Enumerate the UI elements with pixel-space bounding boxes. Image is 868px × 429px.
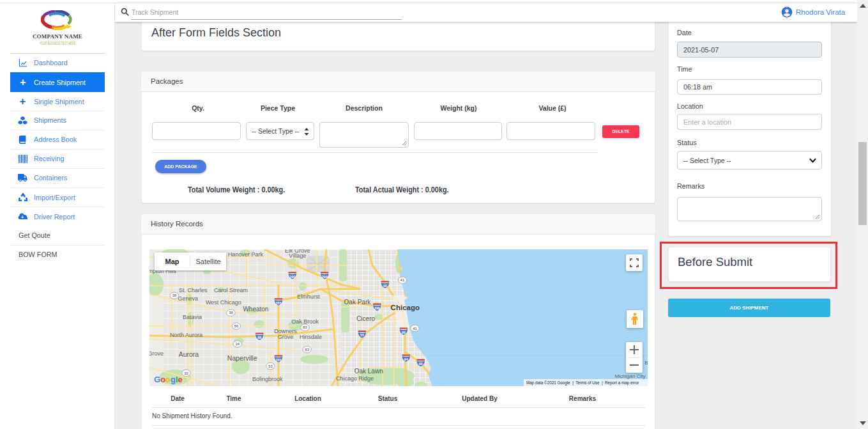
svg-text:90: 90 [402,331,406,334]
svg-text:34: 34 [235,342,240,346]
svg-text:55: 55 [360,333,364,337]
svg-text:38: 38 [229,311,233,315]
svg-text:83: 83 [305,348,310,352]
svg-text:Grove: Grove [278,334,294,340]
svg-text:Oak Lawn: Oak Lawn [354,368,383,375]
svg-text:53: 53 [268,364,273,368]
svg-text:B: B [644,360,648,366]
svg-text:Village: Village [289,253,306,259]
svg-text:83: 83 [303,325,307,329]
svg-text:Carol Stream: Carol Stream [214,287,248,293]
svg-text:Chicago Ridge: Chicago Ridge [336,375,374,382]
svg-text:North Aurora: North Aurora [170,332,202,338]
svg-text:Cicero: Cicero [356,315,375,322]
svg-text:41: 41 [413,327,417,331]
svg-text:Aurora: Aurora [179,350,199,358]
svg-text:290: 290 [289,275,295,279]
svg-text:Michigan City: Michigan City [614,373,645,379]
svg-text:355: 355 [276,358,282,362]
svg-text:88: 88 [257,336,261,339]
svg-text:Wheaton: Wheaton [243,306,268,313]
svg-text:Oak Brook: Oak Brook [291,318,319,325]
svg-text:30: 30 [184,371,188,375]
svg-text:94: 94 [404,357,408,361]
svg-text:38: 38 [172,293,177,297]
svg-text:West Chicago: West Chicago [206,299,241,306]
svg-text:Oak Park: Oak Park [344,299,372,306]
svg-text:Chicago: Chicago [391,304,420,311]
svg-text:90: 90 [383,284,387,288]
svg-text:Hanover Park: Hanover Park [228,251,264,258]
svg-text:St. Charles: St. Charles [179,287,208,293]
svg-text:294: 294 [322,275,328,279]
svg-text:Geneva: Geneva [178,295,199,302]
svg-text:41: 41 [400,278,405,282]
svg-text:Bolingbrook: Bolingbrook [252,376,283,382]
svg-text:Batavia: Batavia [183,314,202,320]
svg-text:r Grove: r Grove [149,350,164,357]
svg-text:290: 290 [374,306,380,310]
svg-text:Elmhurst: Elmhurst [297,293,320,300]
svg-text:90: 90 [419,362,423,366]
svg-text:Naperville: Naperville [227,354,257,362]
svg-text:355: 355 [276,301,282,305]
svg-text:56: 56 [234,324,239,328]
svg-text:Hinsdale: Hinsdale [300,334,322,340]
